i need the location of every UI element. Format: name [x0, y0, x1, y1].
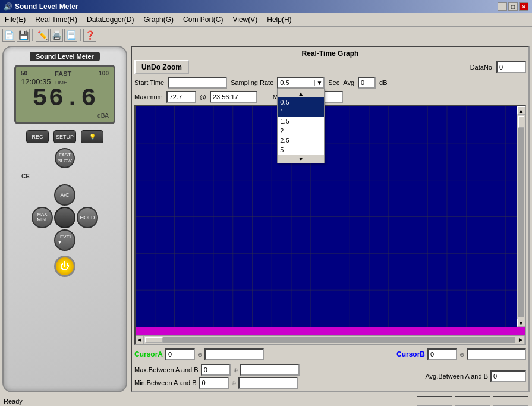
h-scroll-left-button[interactable]: ◄ [136, 336, 144, 344]
ce-label: CE [21, 173, 30, 180]
screen-unit: dBA [21, 112, 109, 119]
right-panel: Real-Time Graph UnDo Zoom DataNo. Start … [131, 46, 530, 392]
avg-section: Avg.Between A and B [425, 370, 526, 382]
menu-help[interactable]: Help(H) [265, 14, 294, 25]
setup-button[interactable]: SETUP [53, 130, 76, 143]
dropdown-scroll-up[interactable]: ▲ [278, 89, 324, 97]
graph-area: 130 110 90 70 50 30 [134, 105, 526, 345]
cursor-a-row: CursorA ⊕ CursorB ⊕ [134, 347, 526, 361]
main-area: Sound Level Meter 50 FAST 100 12:00:35 T… [0, 43, 532, 395]
dropdown-item-5[interactable]: 5 [278, 145, 324, 155]
status-text: Ready [4, 398, 23, 405]
screen-value: 56.6 [21, 86, 109, 111]
start-time-input[interactable] [168, 77, 227, 89]
maximum-input[interactable] [166, 91, 196, 103]
status-pane-2 [455, 396, 490, 406]
datano-label: DataNo. [470, 64, 494, 71]
undo-zoom-button[interactable]: UnDo Zoom [134, 60, 189, 74]
device-main-buttons: REC SETUP 💡 [26, 130, 103, 143]
max-between-reading[interactable] [240, 364, 300, 376]
min-between-value[interactable] [199, 377, 229, 389]
title-bar-buttons: _ □ ✕ [498, 2, 528, 11]
ac-button[interactable]: A/C [54, 184, 75, 206]
fast-slow-button[interactable]: FASTSLOW [55, 148, 75, 168]
menu-comport[interactable]: Com Port(C) [181, 14, 225, 25]
minimize-button[interactable]: _ [498, 2, 507, 11]
v-scroll-track [518, 116, 524, 317]
dropdown-item-25[interactable]: 2.5 [278, 136, 324, 145]
maximize-button[interactable]: □ [508, 2, 518, 11]
menu-graph[interactable]: Graph(G) [141, 14, 176, 25]
nav-center [54, 207, 75, 228]
power-button[interactable]: ⏻ [54, 256, 75, 277]
controls-row2: Start Time Sampling Rate 0.5 ▼ ▲ 0.5 1 1… [134, 77, 526, 89]
cursor-b-value[interactable] [427, 348, 457, 360]
avg-between-value[interactable] [490, 370, 526, 382]
max-time-input[interactable] [210, 91, 257, 103]
save-button[interactable]: 💾 [17, 29, 30, 42]
max-min-button[interactable]: MAXMIN [32, 207, 53, 228]
toolbar-separator2 [80, 29, 81, 41]
device-screen: 50 FAST 100 12:00:35 TIME 56.6 dBA [14, 65, 115, 124]
cursor-b-icon: ⊕ [459, 351, 464, 358]
screen-scale-row: 50 FAST 100 [21, 70, 109, 77]
light-button[interactable]: 💡 [81, 130, 103, 143]
hold-button[interactable]: HOLD [77, 207, 98, 228]
min-between-reading[interactable] [238, 377, 298, 389]
menu-realtime[interactable]: Real Time(R) [33, 14, 80, 25]
start-time-label: Start Time [134, 79, 164, 86]
level-button[interactable]: LEVEL▼ [54, 229, 75, 251]
menu-datalogger[interactable]: DataLogger(D) [84, 14, 136, 25]
menu-view[interactable]: View(V) [230, 14, 260, 25]
scale-left: 50 [21, 70, 27, 77]
dropdown-item-15[interactable]: 1.5 [278, 117, 324, 126]
sampling-rate-select[interactable]: 0.5 ▼ [277, 77, 325, 89]
graph-title: Real-Time Graph [134, 49, 526, 58]
scale-right: 100 [99, 70, 109, 77]
h-scroll-thumb[interactable] [145, 337, 163, 343]
nav-cross: A/C MAXMIN HOLD LEVEL▼ [32, 184, 98, 251]
dropdown-item-1[interactable]: 1 [278, 107, 324, 117]
v-scrollbar: ▲ ▼ [517, 106, 525, 327]
dropdown-item-2[interactable]: 2 [278, 126, 324, 136]
controls-row1: UnDo Zoom DataNo. [134, 60, 526, 74]
cursor-b-reading[interactable] [467, 348, 526, 360]
sampling-rate-value: 0.5 [278, 79, 314, 86]
min-between-item: Min.Between A and B ⊕ [134, 377, 300, 389]
rec-button[interactable]: REC [26, 130, 49, 143]
cursor-b-label: CursorB [396, 350, 425, 358]
controls-row3: Maximum @ Min ⊕ [134, 91, 526, 103]
pen-button[interactable]: ✏️ [36, 29, 49, 42]
app-icon: 🔊 [4, 2, 12, 11]
max-between-icon: ⊕ [233, 367, 238, 373]
title-bar-left: 🔊 Sound Level Meter [4, 2, 78, 11]
min-between-icon: ⊕ [231, 380, 236, 386]
close-button[interactable]: ✕ [519, 2, 528, 11]
dropdown-item-05[interactable]: 0.5 [278, 97, 324, 107]
v-scroll-thumb[interactable] [518, 116, 524, 128]
max-between-value[interactable] [201, 364, 231, 376]
app-title: Sound Level Meter [15, 2, 78, 11]
cursor-a-reading[interactable] [204, 348, 264, 360]
v-scroll-down-button[interactable]: ▼ [517, 319, 525, 327]
h-scroll-right-button[interactable]: ► [517, 336, 525, 344]
v-scroll-up-button[interactable]: ▲ [517, 106, 525, 115]
sec-label: Sec [328, 79, 339, 86]
toolbar: 📄 💾 ✏️ 🖨️ 📃 ❓ [0, 27, 532, 43]
help-button[interactable]: ❓ [83, 29, 96, 42]
menu-file[interactable]: File(E) [2, 14, 28, 25]
max-between-label: Max.Between A and B [134, 366, 199, 373]
toolbar-separator [32, 29, 33, 41]
status-right [417, 396, 528, 406]
avg-label: Avg [343, 79, 354, 86]
print-button[interactable]: 🖨️ [50, 29, 63, 42]
print2-button[interactable]: 📃 [64, 29, 77, 42]
max-between-item: Max.Between A and B ⊕ [134, 364, 300, 376]
dropdown-scroll-down[interactable]: ▼ [278, 155, 324, 163]
avg-input[interactable] [358, 77, 376, 89]
datano-input[interactable] [496, 61, 526, 73]
avg-between-label: Avg.Between A and B [425, 373, 488, 380]
new-button[interactable]: 📄 [2, 29, 15, 42]
cursor-a-value[interactable] [165, 348, 195, 360]
title-bar: 🔊 Sound Level Meter _ □ ✕ [0, 0, 532, 13]
